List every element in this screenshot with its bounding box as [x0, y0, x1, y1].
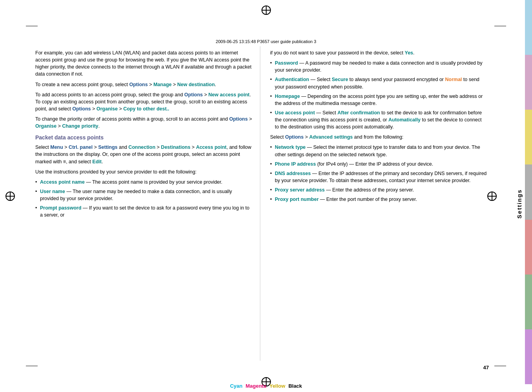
copy-link[interactable]: Copy to other dest..	[123, 106, 169, 112]
new-access-point-link[interactable]: New access point	[209, 92, 250, 98]
bottom-color-bar: Cyan Magenta Yellow Black	[0, 383, 532, 389]
color-tab-4	[525, 164, 532, 219]
yes-link[interactable]: Yes	[405, 50, 413, 56]
timestamp: 2009-06-25 13:15:48 P3657 user guide pub…	[0, 39, 532, 44]
color-tab-2	[525, 55, 532, 110]
reg-mark-top	[261, 5, 271, 15]
normal-link[interactable]: Normal	[445, 77, 462, 82]
list-item-authentication: Authentication — Select Secure to always…	[270, 76, 487, 90]
user-name-label: User name	[40, 189, 65, 194]
after-confirmation-link[interactable]: After confirmation	[338, 110, 380, 116]
cyan-label: Cyan	[229, 383, 244, 389]
list-item-dns: DNS addresses — Enter the IP addresses o…	[270, 170, 487, 184]
right-intro: if you do not want to save your password…	[270, 49, 487, 56]
select-instructions: Select Menu > Ctrl. panel > Settings and…	[35, 144, 252, 165]
list-item-prompt-password: Prompt password — If you want to set the…	[35, 204, 252, 219]
use-access-point-label: Use access point	[275, 110, 315, 116]
bullet-list-left: Access point name — The access point nam…	[35, 179, 252, 219]
proxy-address-label: Proxy server address	[275, 187, 325, 193]
list-item-homepage: Homepage — Depending on the access point…	[270, 93, 487, 107]
reg-mark-right	[487, 191, 497, 201]
rule-top-right	[494, 26, 506, 26]
connection-link[interactable]: Connection	[129, 145, 156, 150]
intro-para2: To create a new access point group, sele…	[35, 81, 252, 88]
options-advanced-link[interactable]: Options	[285, 134, 303, 140]
settings-sidebar: Settings	[514, 47, 524, 361]
secure-link[interactable]: Secure	[332, 77, 348, 82]
options-link-4[interactable]: Options	[229, 116, 248, 122]
prompt-password-label: Prompt password	[40, 205, 82, 211]
destinations-link[interactable]: Destinations	[161, 145, 191, 150]
list-item-proxy-address: Proxy server address — Enter the address…	[270, 186, 487, 193]
menu-link[interactable]: Menu	[50, 145, 63, 150]
access-point-link[interactable]: Access point	[196, 145, 227, 150]
intro-para1: For example, you can add wireless LAN (W…	[35, 49, 252, 78]
bullet-list-advanced: Network type — Select the internet proto…	[270, 144, 487, 203]
color-tabs	[525, 0, 532, 384]
password-label: Password	[275, 60, 298, 66]
edit-link[interactable]: Edit	[93, 159, 102, 164]
color-tab-3	[525, 110, 532, 164]
list-item-access-point-name: Access point name — The access point nam…	[35, 179, 252, 186]
manage-link[interactable]: Manage	[153, 82, 172, 87]
bullet-list-right-top: Password — A password may be needed to m…	[270, 60, 487, 130]
homepage-label: Homepage	[275, 94, 300, 99]
color-tab-7	[525, 329, 532, 384]
main-content: For example, you can add wireless LAN (W…	[35, 46, 487, 361]
edit-instructions: Use the instructions provided by your se…	[35, 168, 252, 175]
change-priority-link[interactable]: Change priority	[62, 123, 98, 129]
intro-para3: To add access points to an access point …	[35, 91, 252, 112]
color-tab-1	[525, 0, 532, 55]
new-destination-link[interactable]: New destination	[177, 82, 215, 87]
options-link-2[interactable]: Options	[184, 92, 203, 98]
settings-link[interactable]: Settings	[98, 145, 117, 150]
ctrl-panel-link[interactable]: Ctrl. panel	[69, 145, 93, 150]
rule-bottom-right	[494, 366, 506, 366]
list-item-proxy-port: Proxy port number — Enter the port numbe…	[270, 196, 487, 203]
authentication-label: Authentication	[275, 77, 309, 82]
network-type-label: Network type	[275, 145, 306, 150]
page-number: 47	[483, 365, 489, 370]
advanced-intro: Select Options > Advanced settings and f…	[270, 134, 487, 141]
color-tab-5	[525, 220, 532, 275]
organise-link-2[interactable]: Organise	[35, 123, 56, 129]
list-item-password: Password — A password may be needed to m…	[270, 60, 487, 74]
rule-bottom-left	[26, 366, 38, 366]
black-label: Black	[287, 383, 304, 389]
organise-link-1[interactable]: Organise	[96, 106, 118, 112]
section-title: Packet data access points	[35, 134, 252, 141]
magenta-label: Magenta	[244, 383, 268, 389]
options-link-1[interactable]: Options	[129, 82, 148, 87]
list-item-use-access-point: Use access point — Select After confirma…	[270, 109, 487, 130]
intro-para4: To change the priority order of access p…	[35, 116, 252, 130]
automatically-link[interactable]: Automatically	[389, 117, 421, 123]
dns-label: DNS addresses	[275, 171, 311, 176]
rule-top-left	[26, 26, 38, 26]
list-item-phone-ip: Phone IP address (for IPv4 only) — Enter…	[270, 161, 487, 168]
advanced-settings-link[interactable]: Advanced settings	[309, 134, 353, 140]
color-tab-6	[525, 275, 532, 329]
list-item-network-type: Network type — Select the internet proto…	[270, 144, 487, 158]
list-item-user-name: User name — The user name may be needed …	[35, 188, 252, 202]
proxy-port-label: Proxy port number	[275, 197, 319, 202]
settings-label: Settings	[516, 189, 523, 219]
reg-mark-left	[5, 191, 15, 201]
phone-ip-label: Phone IP address	[275, 161, 316, 167]
options-link-3[interactable]: Options	[73, 106, 91, 112]
left-column: For example, you can add wireless LAN (W…	[35, 46, 260, 361]
yellow-label: Yellow	[268, 383, 287, 389]
access-point-name-label: Access point name	[40, 179, 85, 185]
right-column: if you do not want to save your password…	[260, 46, 487, 361]
